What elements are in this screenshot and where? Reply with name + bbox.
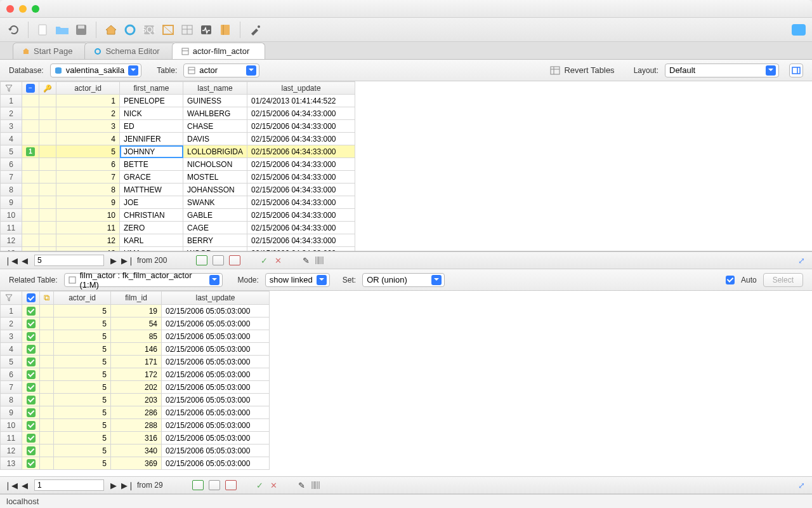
add-row-button[interactable]	[196, 255, 207, 265]
activity-icon[interactable]	[199, 23, 213, 37]
cell[interactable]: 02/15/2006 05:05:03:000	[162, 368, 270, 381]
cell[interactable]: 146	[111, 343, 162, 356]
new-file-icon[interactable]	[36, 23, 50, 37]
edit-button[interactable]: ✎	[298, 481, 306, 490]
cell[interactable]: 340	[111, 444, 162, 457]
edit-button[interactable]: ✎	[301, 256, 310, 265]
column-header[interactable]: actor_id	[56, 82, 120, 95]
tab-schema-editor[interactable]: Schema Editor	[84, 43, 175, 59]
cell[interactable]: 5	[54, 381, 111, 394]
cell[interactable]: 02/15/2006 04:34:33:000	[247, 158, 355, 171]
cell[interactable]: 02/15/2006 05:05:03:000	[162, 305, 270, 318]
cell[interactable]: 13	[56, 247, 120, 252]
window-close-button[interactable]	[6, 5, 14, 13]
check-cell[interactable]	[22, 330, 40, 343]
cell[interactable]: ED	[120, 120, 183, 133]
cell[interactable]: NICHOLSON	[183, 158, 247, 171]
cell[interactable]: 02/15/2006 05:05:03:000	[162, 330, 270, 343]
cell[interactable]: 02/15/2006 04:34:33:000	[247, 107, 355, 120]
check-cell[interactable]	[22, 356, 40, 368]
cell[interactable]: 02/15/2006 05:05:03:000	[162, 406, 270, 419]
cell[interactable]: JENNIFER	[120, 133, 183, 145]
cell[interactable]: 02/15/2006 04:34:33:000	[247, 247, 355, 252]
cell[interactable]: 5	[54, 330, 111, 343]
table-row[interactable]: 1212KARLBERRY02/15/2006 04:34:33:000	[1, 234, 355, 247]
cell[interactable]: GABLE	[183, 209, 247, 222]
delete-row-button[interactable]	[229, 255, 240, 265]
cancel-button[interactable]: ✕	[270, 481, 278, 490]
duplicate-row-button[interactable]	[209, 480, 220, 490]
expand-icon[interactable]: ⤢	[797, 256, 806, 265]
cell[interactable]: 316	[111, 432, 162, 444]
table-row[interactable]: 9528602/15/2006 05:05:03:000	[1, 406, 270, 419]
cell[interactable]: 02/15/2006 04:34:33:000	[247, 222, 355, 234]
cell[interactable]: 02/15/2006 05:05:03:000	[162, 356, 270, 368]
cell[interactable]: 5	[54, 305, 111, 318]
table-row[interactable]: 1313UMAWOOD02/15/2006 04:34:33:000	[1, 247, 355, 252]
cancel-button[interactable]: ✕	[273, 256, 282, 265]
window-minimize-button[interactable]	[19, 5, 27, 13]
check-cell[interactable]	[22, 343, 40, 356]
filter-icon[interactable]	[4, 84, 13, 93]
cell[interactable]: 02/15/2006 05:05:03:000	[162, 432, 270, 444]
comment-icon[interactable]	[792, 24, 806, 36]
cell[interactable]: 5	[56, 145, 120, 158]
table-row[interactable]: 99JOESWANK02/15/2006 04:34:33:000	[1, 196, 355, 209]
cell[interactable]: 02/15/2006 04:34:33:000	[247, 171, 355, 184]
table-row[interactable]: 515JOHNNYLOLLOBRIGIDA02/15/2006 04:34:33…	[1, 145, 355, 158]
mode-select[interactable]: show linked	[265, 273, 330, 287]
table-row[interactable]: 1111ZEROCAGE02/15/2006 04:34:33:000	[1, 222, 355, 234]
cell[interactable]: MOSTEL	[183, 171, 247, 184]
database-select[interactable]: valentina_sakila	[50, 64, 142, 77]
table-row[interactable]: 6517202/15/2006 05:05:03:000	[1, 368, 270, 381]
cell[interactable]: 7	[56, 171, 120, 184]
related-table-select[interactable]: film_actor : fk_film_actor_actor (1:M)	[64, 273, 223, 287]
column-header[interactable]: first_name	[120, 82, 183, 95]
cell[interactable]: 369	[111, 457, 162, 470]
cell[interactable]: 02/15/2006 05:05:03:000	[162, 394, 270, 406]
cell[interactable]: LOLLOBRIGIDA	[183, 145, 247, 158]
cell[interactable]: 203	[111, 394, 162, 406]
column-header[interactable]: last_name	[183, 82, 247, 95]
cell[interactable]: 3	[56, 120, 120, 133]
table-row[interactable]: 10528802/15/2006 05:05:03:000	[1, 419, 270, 432]
commit-button[interactable]: ✓	[259, 256, 268, 265]
cell[interactable]: KARL	[120, 234, 183, 247]
check-cell[interactable]	[22, 432, 40, 444]
table-row[interactable]: 12534002/15/2006 05:05:03:000	[1, 444, 270, 457]
cell[interactable]: 4	[56, 133, 120, 145]
first-record-button[interactable]: ❘◀	[6, 256, 15, 265]
cell[interactable]: 02/15/2006 04:34:33:000	[247, 133, 355, 145]
cell[interactable]: 5	[54, 343, 111, 356]
cell[interactable]: WAHLBERG	[183, 107, 247, 120]
cell[interactable]: 02/15/2006 04:34:33:000	[247, 209, 355, 222]
auto-checkbox[interactable]	[726, 276, 735, 284]
check-cell[interactable]	[22, 457, 40, 470]
table-row[interactable]: 5517102/15/2006 05:05:03:000	[1, 356, 270, 368]
cell[interactable]: PENELOPE	[120, 95, 183, 107]
cell[interactable]: JOHANSSON	[183, 184, 247, 196]
select-button[interactable]: Select	[763, 273, 803, 287]
table-row[interactable]: 255402/15/2006 05:05:03:000	[1, 318, 270, 330]
cell[interactable]: BERRY	[183, 234, 247, 247]
check-cell[interactable]	[22, 419, 40, 432]
cell[interactable]: CAGE	[183, 222, 247, 234]
actor-table[interactable]: −🔑actor_idfirst_namelast_namelast_update…	[0, 81, 355, 251]
cell[interactable]: 5	[54, 457, 111, 470]
cell[interactable]: 01/24/2013 01:41:44:522	[247, 95, 355, 107]
check-all[interactable]	[27, 293, 36, 302]
check-cell[interactable]	[22, 394, 40, 406]
last-record-button[interactable]: ▶❘	[123, 256, 132, 265]
cell[interactable]: 02/15/2006 05:05:03:000	[162, 318, 270, 330]
cell[interactable]: 6	[56, 158, 120, 171]
cell[interactable]: 5	[54, 432, 111, 444]
cell[interactable]: BETTE	[120, 158, 183, 171]
table-select[interactable]: actor	[183, 64, 259, 77]
barcode-icon[interactable]	[311, 481, 320, 490]
panel-toggle-button[interactable]	[789, 64, 803, 77]
table-row[interactable]: 44JENNIFERDAVIS02/15/2006 04:34:33:000	[1, 133, 355, 145]
cell[interactable]: 286	[111, 406, 162, 419]
save-icon[interactable]	[74, 23, 88, 37]
cell[interactable]: 02/15/2006 05:05:03:000	[162, 343, 270, 356]
cell[interactable]: UMA	[120, 247, 183, 252]
